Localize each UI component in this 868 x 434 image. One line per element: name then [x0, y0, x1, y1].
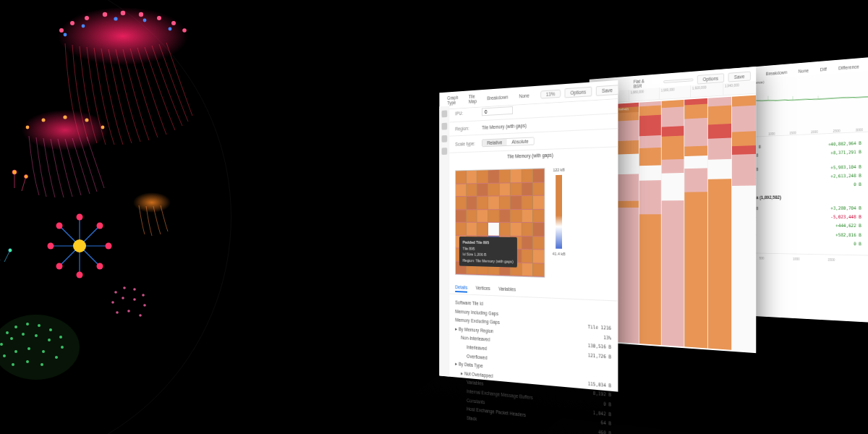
breadcrumb[interactable]: None: [794, 67, 812, 74]
neural-network-art: [0, 0, 260, 434]
svg-point-33: [77, 272, 83, 278]
svg-point-57: [12, 363, 14, 366]
svg-point-68: [116, 311, 119, 314]
svg-point-61: [123, 286, 126, 289]
tile-memory-viz: Padded Tile 895Tile 895Id Size 1,206 BRe…: [449, 158, 618, 288]
svg-point-20: [101, 126, 105, 129]
svg-point-6: [139, 12, 143, 17]
svg-point-60: [114, 291, 117, 294]
svg-point-74: [25, 175, 28, 179]
options-button[interactable]: Options: [564, 86, 592, 98]
svg-point-51: [61, 346, 64, 349]
ipu-input[interactable]: [482, 106, 513, 116]
svg-point-34: [56, 263, 63, 270]
svg-point-7: [157, 16, 161, 20]
svg-line-77: [4, 250, 10, 262]
svg-point-3: [85, 16, 89, 20]
svg-point-35: [48, 243, 54, 250]
tab-variables[interactable]: Variables: [498, 286, 516, 295]
svg-point-43: [38, 324, 41, 327]
svg-point-29: [77, 214, 83, 221]
svg-point-52: [3, 354, 6, 357]
svg-point-36: [56, 223, 63, 229]
percent-badge: 13%: [540, 89, 561, 98]
tile-tooltip: Padded Tile 895Tile 895Id Size 1,206 BRe…: [459, 237, 517, 267]
svg-point-31: [106, 243, 112, 250]
svg-point-48: [22, 333, 25, 336]
svg-point-59: [41, 363, 43, 366]
nav-icon[interactable]: [441, 123, 447, 130]
svg-point-78: [9, 249, 12, 252]
svg-point-2: [70, 21, 75, 25]
svg-point-63: [142, 294, 145, 297]
svg-point-37: [73, 239, 86, 252]
breadcrumb[interactable]: Breakdown: [762, 69, 791, 77]
breadcrumb[interactable]: None: [515, 92, 532, 100]
svg-point-0: [58, 7, 188, 65]
svg-point-67: [143, 304, 146, 307]
svg-point-13: [143, 19, 147, 22]
svg-point-12: [114, 17, 117, 20]
execution-bars: Ipu Ho… SetDst(2): [600, 94, 756, 353]
save-button[interactable]: Save: [728, 71, 751, 82]
svg-point-16: [26, 126, 30, 129]
breadcrumb[interactable]: Diff: [816, 66, 830, 73]
svg-point-44: [49, 328, 52, 331]
svg-point-8: [171, 21, 176, 25]
svg-point-62: [133, 288, 136, 291]
tab-details[interactable]: Details: [455, 284, 467, 292]
svg-point-53: [14, 350, 17, 353]
region-select[interactable]: Tile Memory (with gaps): [482, 119, 611, 130]
svg-point-50: [48, 339, 51, 341]
nav-icon[interactable]: [441, 110, 447, 117]
svg-point-69: [127, 310, 130, 312]
nav-icon[interactable]: [441, 148, 447, 155]
svg-point-1: [59, 28, 64, 33]
tile-memory-panel: Graph Type Tile Map Breakdown None 13% O…: [439, 80, 618, 392]
svg-point-56: [55, 356, 58, 359]
svg-point-46: [0, 343, 3, 346]
svg-point-5: [121, 11, 126, 16]
save-button[interactable]: Save: [596, 85, 618, 96]
svg-point-10: [64, 33, 67, 37]
scale-segmented[interactable]: RelativeAbsolute: [482, 137, 534, 147]
svg-point-32: [97, 263, 103, 270]
svg-point-14: [169, 27, 172, 31]
breadcrumb[interactable]: Breakdown: [484, 93, 512, 101]
svg-point-18: [63, 115, 67, 119]
svg-point-40: [6, 331, 9, 334]
breadcrumb[interactable]: Tile Map: [465, 93, 480, 105]
svg-point-9: [182, 28, 187, 33]
svg-point-65: [122, 297, 124, 299]
svg-point-49: [35, 334, 38, 337]
options-button[interactable]: Options: [697, 73, 725, 84]
svg-point-11: [82, 25, 85, 28]
svg-point-54: [27, 347, 30, 350]
nav-icon[interactable]: [441, 135, 447, 142]
svg-point-41: [14, 326, 17, 328]
svg-point-42: [26, 323, 29, 326]
svg-point-58: [26, 360, 29, 363]
svg-point-64: [111, 301, 114, 304]
breadcrumb[interactable]: Graph Type: [444, 94, 462, 106]
breadcrumb[interactable]: Difference: [835, 63, 864, 71]
svg-point-70: [139, 314, 142, 317]
select-dropdown[interactable]: [663, 78, 693, 83]
svg-point-55: [42, 350, 45, 353]
svg-point-30: [97, 223, 103, 229]
svg-point-47: [10, 337, 13, 340]
svg-point-66: [133, 298, 136, 301]
svg-point-72: [12, 170, 17, 174]
tab-vertices[interactable]: Vertices: [475, 285, 490, 294]
panel-sidebar: [439, 106, 449, 376]
svg-point-19: [85, 119, 89, 122]
svg-point-38: [133, 192, 171, 213]
svg-point-17: [42, 119, 46, 122]
svg-line-73: [22, 176, 26, 191]
svg-point-45: [59, 336, 62, 339]
svg-point-4: [103, 12, 107, 17]
tile-map-grid[interactable]: Padded Tile 895Tile 895Id Size 1,206 BRe…: [455, 168, 545, 278]
color-legend: 122 kB 41.4 kB: [550, 167, 568, 278]
